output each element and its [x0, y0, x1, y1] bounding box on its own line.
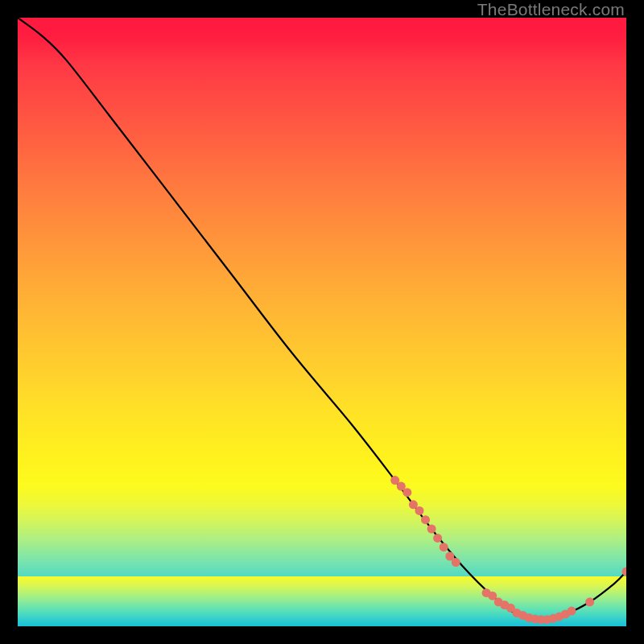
data-point: [549, 614, 558, 623]
plot-area: [18, 18, 626, 626]
data-point: [415, 506, 424, 515]
data-point: [452, 558, 460, 567]
data-point: [530, 614, 539, 623]
data-point: [506, 604, 515, 613]
watermark-text: TheBottleneck.com: [477, 0, 625, 19]
data-point: [421, 515, 430, 524]
data-point: [622, 568, 627, 576]
data-point: [397, 482, 406, 491]
data-point: [482, 588, 491, 597]
data-point: [494, 597, 503, 606]
data-point: [440, 543, 448, 551]
data-point: [390, 476, 399, 485]
data-point: [402, 488, 411, 497]
data-point: [409, 500, 418, 509]
data-point: [525, 613, 534, 622]
data-point: [555, 612, 564, 621]
chart-svg: [18, 18, 626, 626]
data-point: [568, 607, 576, 616]
data-point: [433, 534, 442, 543]
data-point: [561, 609, 570, 618]
data-points-group: [390, 476, 626, 624]
data-point: [512, 609, 521, 617]
data-point: [543, 615, 551, 624]
data-point: [518, 611, 527, 620]
data-point: [427, 525, 436, 534]
data-point: [445, 552, 454, 561]
data-point: [500, 601, 509, 609]
chart-container: TheBottleneck.com: [0, 0, 644, 644]
bottleneck-curve: [18, 18, 626, 620]
data-point: [488, 592, 497, 601]
data-point: [537, 615, 546, 624]
data-point: [585, 597, 594, 606]
